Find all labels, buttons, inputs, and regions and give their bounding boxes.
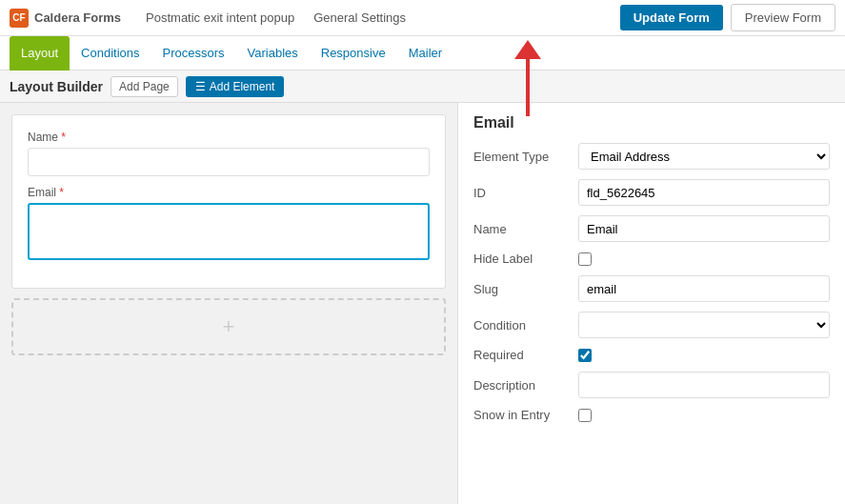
description-row: Description: [473, 372, 830, 398]
arrow-indicator: [514, 40, 541, 116]
condition-label: Condition: [473, 318, 578, 333]
update-form-button[interactable]: Update Form: [620, 5, 723, 30]
show-in-entry-list-label: Snow in Entry: [473, 408, 578, 422]
element-type-select[interactable]: Email Address Text Number: [578, 143, 830, 170]
top-bar-actions: Update Form Preview Form: [620, 4, 835, 31]
add-page-button[interactable]: Add Page: [111, 76, 178, 97]
id-input[interactable]: [578, 179, 830, 206]
required-label: Required: [473, 348, 578, 362]
name-field-row: Name *: [28, 131, 430, 176]
element-type-label: Element Type: [473, 150, 578, 164]
element-type-control: Email Address Text Number: [578, 143, 830, 170]
email-field-label: Email *: [28, 186, 430, 199]
slug-row: Slug: [473, 275, 830, 302]
id-control: [578, 179, 830, 206]
hide-label-label: Hide Label: [473, 252, 578, 266]
show-in-entry-list-control: [578, 409, 830, 422]
drop-zone[interactable]: +: [11, 298, 446, 355]
id-row: ID: [473, 179, 830, 206]
show-in-entry-list-row: Snow in Entry: [473, 408, 830, 422]
name-field-label: Name *: [28, 131, 430, 144]
preview-form-button[interactable]: Preview Form: [731, 4, 835, 31]
arrow-shaft: [526, 59, 530, 116]
slug-label: Slug: [473, 282, 578, 296]
required-checkbox[interactable]: [578, 349, 592, 362]
right-panel: Email Element Type Email Address Text Nu…: [457, 103, 845, 504]
logo-icon: CF: [10, 9, 29, 28]
name-control: [578, 215, 830, 242]
arrow-head: [514, 40, 541, 59]
slug-input[interactable]: [578, 275, 830, 302]
nav-link-general[interactable]: General Settings: [304, 0, 415, 36]
panel-title: Email: [473, 114, 830, 131]
email-required-indicator: *: [59, 186, 64, 199]
layout-builder-title: Layout Builder: [10, 79, 103, 94]
description-input[interactable]: [578, 372, 830, 398]
drop-zone-plus: +: [223, 314, 235, 339]
tab-mailer[interactable]: Mailer: [397, 36, 453, 71]
name-field-input[interactable]: [578, 215, 830, 242]
sub-bar: Layout Builder Add Page ☰ Add Element: [0, 71, 845, 103]
hide-label-control: [578, 252, 830, 266]
main-content: Name * Email * + Email: [0, 103, 845, 504]
tab-conditions[interactable]: Conditions: [70, 36, 151, 71]
name-required-indicator: *: [61, 131, 66, 144]
name-row: Name: [473, 215, 830, 242]
top-bar: CF Caldera Forms Postmatic exit intent p…: [0, 0, 845, 36]
tab-layout[interactable]: Layout: [10, 36, 70, 71]
logo: CF Caldera Forms: [10, 9, 121, 28]
hide-label-checkbox[interactable]: [578, 252, 592, 266]
email-textarea[interactable]: [28, 203, 430, 260]
description-control: [578, 372, 830, 398]
element-type-row: Element Type Email Address Text Number: [473, 143, 830, 170]
tab-nav: Layout Conditions Processors Variables R…: [0, 36, 845, 71]
nav-link-postmatic[interactable]: Postmatic exit intent popup: [136, 0, 304, 36]
required-control: [578, 349, 830, 362]
required-row: Required: [473, 348, 830, 362]
email-field-row: Email *: [28, 186, 430, 263]
hide-label-row: Hide Label: [473, 252, 830, 266]
list-icon: ☰: [195, 80, 206, 93]
slug-control: [578, 275, 830, 302]
condition-select[interactable]: [578, 312, 830, 338]
description-label: Description: [473, 378, 578, 393]
condition-row: Condition: [473, 312, 830, 338]
id-label: ID: [473, 186, 578, 200]
logo-text: Caldera Forms: [34, 10, 121, 25]
show-in-entry-list-checkbox[interactable]: [578, 409, 592, 422]
add-element-label: Add Element: [210, 80, 275, 93]
tab-processors[interactable]: Processors: [151, 36, 235, 71]
form-builder: Name * Email * +: [0, 103, 457, 504]
tab-responsive[interactable]: Responsive: [310, 36, 397, 71]
name-input[interactable]: [28, 148, 430, 176]
tab-variables[interactable]: Variables: [236, 36, 310, 71]
name-label: Name: [473, 222, 578, 236]
form-canvas: Name * Email *: [11, 114, 446, 289]
add-element-button[interactable]: ☰ Add Element: [186, 76, 285, 97]
condition-control: [578, 312, 830, 338]
